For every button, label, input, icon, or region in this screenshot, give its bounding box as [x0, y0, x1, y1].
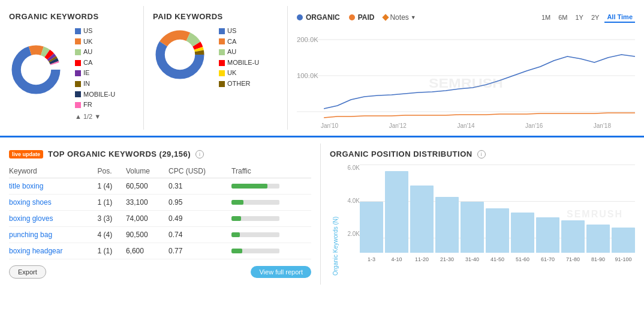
- bar: [511, 213, 534, 253]
- traffic-cell: [231, 243, 311, 259]
- x-label-jan14: Jan'14: [457, 122, 474, 129]
- organic-pagination[interactable]: ▲ 1/2 ▼: [75, 113, 115, 120]
- time-controls: 1M 6M 1Y 2Y All Time: [539, 12, 635, 23]
- bars-area: SEMRUSH 1-34-1011-2021-3031-4041-5051-60…: [360, 164, 635, 276]
- keyword-link[interactable]: boxing gloves: [9, 214, 53, 223]
- bar: [612, 228, 635, 253]
- bar: [586, 225, 610, 253]
- keywords-table-panel: live update TOP ORGANIC KEYWORDS (29,156…: [0, 143, 321, 285]
- bar-x-label: 91-100: [615, 256, 631, 262]
- time-1m-button[interactable]: 1M: [539, 13, 553, 22]
- col-cpc: CPC (USD): [168, 164, 231, 178]
- notes-diamond-icon: [383, 14, 389, 20]
- svg-text:100.0K: 100.0K: [297, 73, 318, 79]
- traffic-cell: [231, 227, 311, 243]
- traffic-fill: [231, 184, 267, 189]
- keyword-link[interactable]: boxing headgear: [9, 247, 62, 255]
- bar: [410, 186, 434, 253]
- line-chart-panel: ORGANIC PAID Notes ▼ 1M 6M 1Y 2Y All Tim…: [288, 6, 644, 130]
- bar-group: 61-70: [536, 164, 559, 264]
- bar-group: 41-50: [486, 164, 509, 264]
- bar-x-label: 71-80: [566, 256, 580, 262]
- traffic-fill: [231, 232, 240, 237]
- pos-cell: 1 (4): [97, 178, 125, 195]
- col-keyword: Keyword: [9, 164, 97, 178]
- traffic-fill: [231, 200, 243, 205]
- position-dist-info-icon[interactable]: i: [477, 150, 486, 158]
- top-keywords-info-icon[interactable]: i: [195, 150, 204, 158]
- col-volume: Volume: [126, 164, 168, 178]
- triangle-down-icon[interactable]: ▼: [94, 113, 101, 120]
- svg-point-15: [165, 40, 195, 70]
- time-1y-button[interactable]: 1Y: [573, 13, 585, 22]
- traffic-bar: [231, 200, 279, 205]
- keyword-link[interactable]: title boxing: [9, 182, 43, 190]
- position-dist-title: ORGANIC POSITION DISTRIBUTION: [330, 149, 473, 158]
- svg-text:SEMRUSH: SEMRUSH: [429, 76, 503, 90]
- position-distribution-panel: ORGANIC POSITION DISTRIBUTION i Organic …: [321, 143, 644, 285]
- notes-button[interactable]: Notes ▼: [383, 13, 416, 22]
- traffic-cell: [231, 195, 311, 211]
- export-button[interactable]: Export: [9, 265, 46, 279]
- x-label-jan16: Jan'16: [525, 122, 543, 129]
- bar-group: 4-10: [385, 164, 408, 264]
- bar-group: 11-20: [410, 164, 434, 264]
- organic-dot: [297, 14, 303, 20]
- pos-cell: 4 (4): [97, 227, 125, 243]
- col-pos: Pos.: [97, 164, 125, 178]
- col-traffic: Traffic: [231, 164, 311, 178]
- paid-dot: [349, 14, 355, 20]
- bar: [461, 202, 484, 253]
- bottom-actions: Export View full report: [9, 265, 311, 279]
- paid-donut-chart: [153, 28, 213, 88]
- traffic-cell: [231, 211, 311, 227]
- cpc-cell: 0.77: [168, 243, 231, 259]
- chart-legend-bar: ORGANIC PAID Notes ▼ 1M 6M 1Y 2Y All Tim…: [297, 12, 635, 23]
- volume-cell: 74,000: [126, 211, 168, 227]
- keyword-link[interactable]: punching bag: [9, 231, 52, 239]
- paid-keywords-title: PAID KEYWORDS: [153, 12, 278, 21]
- triangle-up-icon[interactable]: ▲: [75, 113, 82, 120]
- bar-x-label: 51-60: [516, 256, 529, 262]
- bar: [561, 220, 585, 253]
- organic-legend: US UK AU CA IE IN MOBILE-U FR: [75, 26, 115, 110]
- keyword-link[interactable]: boxing shoes: [9, 198, 52, 207]
- bar-group: 51-60: [511, 164, 534, 264]
- bar: [385, 171, 408, 253]
- time-alltime-button[interactable]: All Time: [604, 12, 635, 23]
- table-row: boxing shoes 1 (1) 33,100 0.95: [9, 195, 311, 211]
- organic-keywords-panel: ORGANIC KEYWORDS US: [0, 6, 144, 130]
- line-chart-svg-area: 200.0K 100.0K SEMRUSH Jan'10 Jan'12 Jan'…: [297, 28, 635, 124]
- traffic-cell: [231, 178, 311, 195]
- view-full-report-button[interactable]: View full report: [251, 266, 311, 278]
- bar: [536, 217, 559, 253]
- y-axis-label: Organic Keywords (N): [330, 164, 339, 276]
- traffic-bar: [231, 232, 279, 237]
- svg-point-8: [21, 55, 51, 85]
- volume-cell: 60,500: [126, 178, 168, 195]
- pos-cell: 3 (3): [97, 211, 125, 227]
- live-badge: live update: [9, 150, 43, 158]
- x-label-jan10: Jan'10: [321, 122, 338, 129]
- traffic-bar: [231, 184, 279, 189]
- bar-group: 1-3: [360, 164, 383, 264]
- bar-group: 81-90: [586, 164, 610, 264]
- traffic-bar: [231, 216, 279, 221]
- bar: [486, 208, 509, 253]
- cpc-cell: 0.74: [168, 227, 231, 243]
- time-2y-button[interactable]: 2Y: [589, 13, 601, 22]
- time-6m-button[interactable]: 6M: [556, 13, 570, 22]
- cpc-cell: 0.95: [168, 195, 231, 211]
- cpc-cell: 0.49: [168, 211, 231, 227]
- x-label-jan18: Jan'18: [594, 122, 611, 129]
- traffic-fill: [231, 249, 242, 253]
- bar-x-label: 21-30: [440, 256, 454, 262]
- bar-x-label: 61-70: [541, 256, 555, 262]
- paid-keywords-panel: PAID KEYWORDS US CA AU MOBILE-: [144, 6, 288, 130]
- organic-legend-item: ORGANIC: [297, 13, 340, 22]
- bar-group: 21-30: [435, 164, 459, 264]
- volume-cell: 33,100: [126, 195, 168, 211]
- bar-x-label: 31-40: [465, 256, 479, 262]
- y-tick-labels: 6.0K 4.0K 2.0K: [339, 164, 360, 276]
- top-keywords-title: TOP ORGANIC KEYWORDS (29,156): [48, 149, 191, 158]
